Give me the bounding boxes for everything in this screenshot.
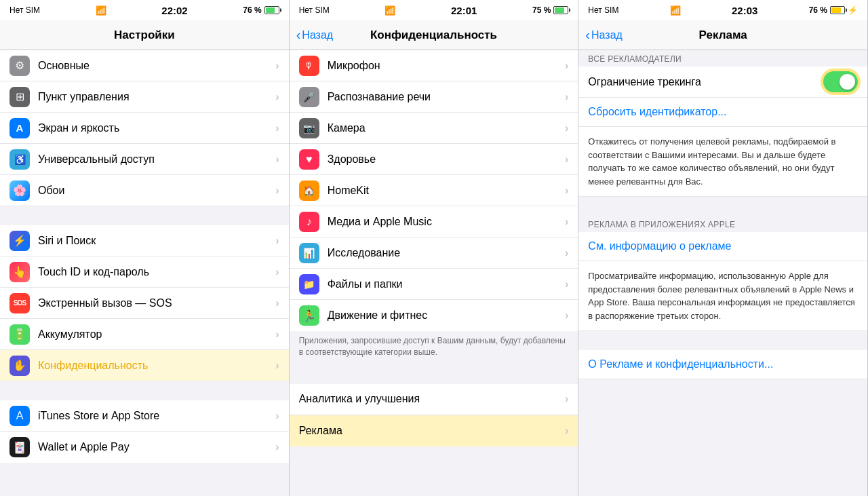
settings-item-ekran[interactable]: A Экран и яркость › <box>0 113 289 144</box>
privacy-item-camera[interactable]: 📷 Камера › <box>290 113 578 144</box>
chevron-itunes: › <box>275 410 279 422</box>
icon-touchid: 👆 <box>9 262 30 282</box>
link-text-see-info: См. информацию о рекламе <box>588 240 731 252</box>
label-health: Здоровье <box>328 153 565 166</box>
nav-back-privacy[interactable]: ‹ Назад <box>296 27 334 43</box>
icon-media: ♪ <box>299 212 319 232</box>
status-bar-2: Нет SIM 📶 22:01 75 % <box>290 0 578 20</box>
battery-pct-3: 76 % <box>809 5 827 15</box>
privacy-item-motion[interactable]: 🏃 Движение и фитнес › <box>290 300 578 331</box>
link-privacy-ads[interactable]: О Рекламе и конфиденциальности... <box>578 350 867 379</box>
battery-area-1: 76 % <box>243 5 279 15</box>
status-bar-1: Нет SIM 📶 22:02 76 % <box>0 0 289 20</box>
settings-item-siri[interactable]: ⚡ Siri и Поиск › <box>0 225 289 256</box>
chevron-sos: › <box>275 297 279 309</box>
settings-item-oboi[interactable]: 🌸 Обои › <box>0 175 289 206</box>
link-text-privacy-ads: О Рекламе и конфиденциальности... <box>588 358 773 370</box>
label-homekit: HomeKit <box>328 185 565 197</box>
label-wallet: Wallet и Apple Pay <box>38 441 275 453</box>
icon-files: 📁 <box>299 274 319 294</box>
toggle-label-tracking: Ограничение трекинга <box>588 76 823 88</box>
time-1: 22:02 <box>161 5 187 16</box>
link-text-reset: Сбросить идентификатор... <box>588 106 726 118</box>
label-universal: Универсальный доступ <box>38 153 275 166</box>
sep-privacy <box>290 365 578 384</box>
settings-item-sos[interactable]: SOS Экстренный вызов — SOS › <box>0 288 289 319</box>
icon-osnovnye: ⚙ <box>9 56 30 76</box>
label-punkt: Пункт управления <box>38 91 275 103</box>
icon-ekran: A <box>9 118 30 138</box>
privacy-item-files[interactable]: 📁 Файлы и папки › <box>290 269 578 300</box>
icon-camera: 📷 <box>299 118 319 138</box>
label-micro: Микрофон <box>328 60 565 72</box>
chevron-motion: › <box>565 309 568 322</box>
nav-back-ads[interactable]: ‹ Назад <box>585 27 623 43</box>
nav-bar-privacy: ‹ Назад Конфиденциальность <box>290 20 578 50</box>
icon-universal: ♿ <box>9 149 30 170</box>
settings-item-itunes[interactable]: A iTunes Store и App Store › <box>0 400 289 432</box>
icon-wallet: 🃏 <box>9 437 30 457</box>
privacy-item-analytics[interactable]: Аналитика и улучшения › <box>290 384 578 415</box>
sep1 <box>0 206 289 225</box>
time-3: 22:03 <box>732 5 757 16</box>
label-oboi: Обои <box>38 185 275 197</box>
label-itunes: iTunes Store и App Store <box>38 410 275 422</box>
battery-area-3: 76 % ⚡ <box>809 5 858 15</box>
back-chevron-privacy: ‹ <box>296 27 301 43</box>
privacy-item-media[interactable]: ♪ Медиа и Apple Music › <box>290 206 578 237</box>
sep-ads-2 <box>578 331 867 350</box>
battery-icon-2 <box>553 6 568 14</box>
label-files: Файлы и папки <box>328 278 565 290</box>
back-label-ads: Назад <box>591 29 623 41</box>
settings-item-batt[interactable]: 🔋 Аккумулятор › <box>0 319 289 350</box>
chevron-siri: › <box>275 235 279 247</box>
settings-item-privacy[interactable]: ✋ Конфиденциальность › <box>0 350 289 381</box>
back-chevron-ads: ‹ <box>585 27 590 43</box>
chevron-camera: › <box>565 122 568 134</box>
chevron-osnovnye: › <box>275 60 279 72</box>
chevron-reklama: › <box>565 425 568 437</box>
panel-privacy: Нет SIM 📶 22:01 75 % ‹ Назад Конфиденциа… <box>290 0 579 496</box>
nav-bar-settings: Настройки <box>0 20 289 50</box>
privacy-item-speech[interactable]: 🎤 Распознавание речи › <box>290 81 578 113</box>
privacy-item-reklama[interactable]: Реклама › <box>290 415 578 446</box>
label-sos: Экстренный вызов — SOS <box>38 297 275 309</box>
carrier-2: Нет SIM <box>299 5 330 15</box>
settings-item-universal[interactable]: ♿ Универсальный доступ › <box>0 144 289 175</box>
icon-sos: SOS <box>9 293 30 313</box>
toggle-switch-tracking[interactable] <box>823 71 858 92</box>
info-block-1: Откажитесь от получения целевой рекламы,… <box>578 127 867 197</box>
chevron-analytics: › <box>565 393 568 405</box>
icon-homekit: 🏠 <box>299 180 319 201</box>
link-see-info[interactable]: См. информацию о рекламе <box>578 232 867 261</box>
settings-list-main[interactable]: ⚙ Основные › ⊞ Пункт управления › A Экра… <box>0 50 289 496</box>
nav-title-settings: Настройки <box>114 28 175 42</box>
nav-bar-ads: ‹ Назад Реклама <box>578 20 867 50</box>
icon-batt: 🔋 <box>9 324 30 345</box>
ads-section-header-2: РЕКЛАМА В ПРИЛОЖЕНИЯХ APPLE <box>578 216 867 232</box>
ads-section-header-1: ВСЕ РЕКЛАМОДАТЕЛИ <box>578 50 867 66</box>
privacy-item-micro[interactable]: 🎙 Микрофон › <box>290 50 578 81</box>
privacy-item-homekit[interactable]: 🏠 HomeKit › <box>290 175 578 206</box>
privacy-item-health[interactable]: ♥ Здоровье › <box>290 144 578 175</box>
chevron-batt: › <box>275 328 279 341</box>
label-privacy: Конфиденциальность <box>38 360 275 372</box>
battery-fill-3 <box>831 7 841 13</box>
settings-item-osnovnye[interactable]: ⚙ Основные › <box>0 50 289 81</box>
panel-ads: Нет SIM 📶 22:03 76 % ⚡ ‹ Назад Реклама В… <box>578 0 868 496</box>
settings-item-punkt[interactable]: ⊞ Пункт управления › <box>0 81 289 113</box>
icon-health: ♥ <box>299 149 319 170</box>
icon-speech: 🎤 <box>299 87 319 107</box>
info-text-1: Откажитесь от получения целевой рекламы,… <box>588 135 858 188</box>
privacy-list[interactable]: 🎙 Микрофон › 🎤 Распознавание речи › 📷 Ка… <box>290 50 578 496</box>
privacy-item-research[interactable]: 📊 Исследование › <box>290 237 578 269</box>
toggle-row-tracking[interactable]: Ограничение трекинга <box>578 66 867 98</box>
chevron-homekit: › <box>565 185 568 197</box>
icon-oboi: 🌸 <box>9 180 30 201</box>
link-reset-id[interactable]: Сбросить идентификатор... <box>578 98 867 127</box>
settings-item-wallet[interactable]: 🃏 Wallet и Apple Pay › <box>0 432 289 463</box>
settings-item-touchid[interactable]: 👆 Touch ID и код-пароль › <box>0 256 289 288</box>
nav-title-privacy: Конфиденциальность <box>370 28 497 42</box>
chevron-health: › <box>565 153 568 166</box>
label-camera: Камера <box>328 122 565 134</box>
